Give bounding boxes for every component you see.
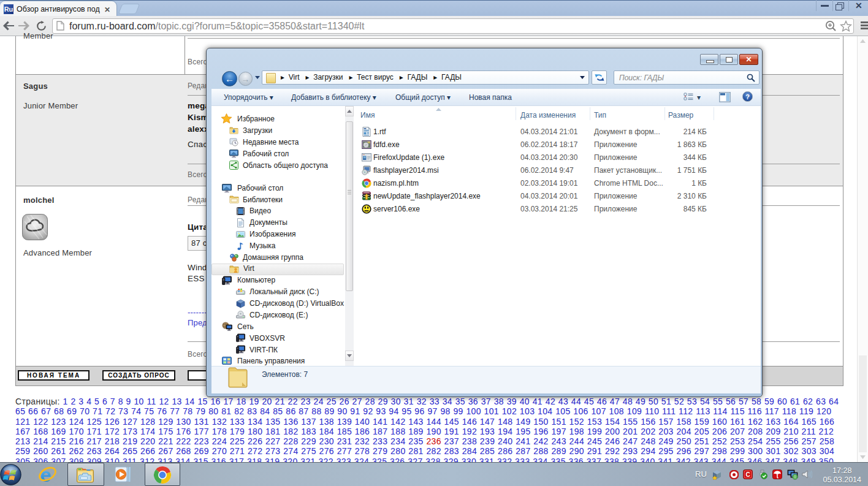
svg-text:C: C (745, 471, 750, 478)
